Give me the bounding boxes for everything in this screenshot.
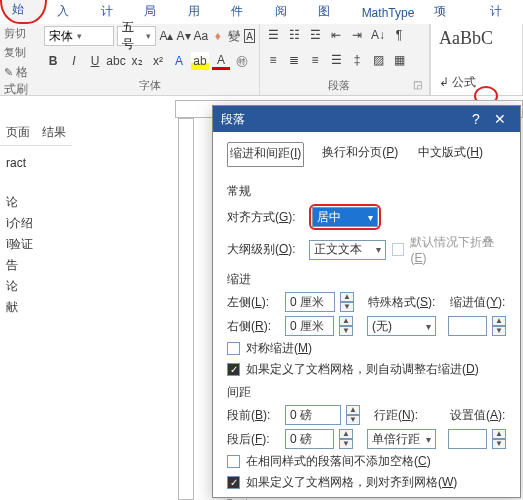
align-justify-icon[interactable]: ☰ — [327, 51, 345, 69]
list-item[interactable]: 献 — [6, 297, 66, 318]
tab-mail[interactable]: 邮件 — [221, 0, 264, 24]
indentval-label: 缩进值(Y): — [450, 294, 506, 311]
align-label: 对齐方式(G): — [227, 209, 303, 226]
collapse-checkbox[interactable] — [392, 243, 405, 256]
chevron-down-icon: ▾ — [362, 212, 373, 223]
tab-mathtype[interactable]: MathType — [352, 2, 425, 24]
italic-icon[interactable]: I — [65, 52, 83, 70]
nospace-checkbox[interactable] — [227, 455, 240, 468]
help-button[interactable]: ? — [464, 111, 488, 127]
outline-label: 大纲级别(O): — [227, 241, 303, 258]
list-item[interactable]: 论 — [6, 192, 66, 213]
section-spacing: 间距 — [227, 384, 506, 401]
show-marks-icon[interactable]: ¶ — [390, 26, 408, 44]
dlg-tab-indent[interactable]: 缩进和间距(I) — [227, 142, 304, 167]
increase-indent-icon[interactable]: ⇥ — [348, 26, 366, 44]
tab-addins[interactable]: 加载项 — [424, 0, 479, 24]
indentval-input[interactable] — [448, 316, 487, 336]
font-size-select[interactable]: 五号▾ — [117, 26, 157, 46]
after-spinner[interactable]: ▲▼ — [339, 429, 353, 449]
change-case-icon[interactable]: Aa — [194, 27, 209, 45]
setval-label: 设置值(A): — [450, 407, 506, 424]
special-select[interactable]: (无)▾ — [367, 316, 436, 336]
before-spinner[interactable]: ▲▼ — [346, 405, 360, 425]
underline-icon[interactable]: U — [86, 52, 104, 70]
indentval-spinner[interactable]: ▲▼ — [492, 316, 506, 336]
setval-input[interactable] — [448, 429, 487, 449]
side-tab-page[interactable]: 页面 — [6, 124, 30, 141]
before-input[interactable]: 0 磅 — [285, 405, 341, 425]
paragraph-group: ☰ ☷ ☲ ⇤ ⇥ A↓ ¶ ≡ ≣ ≡ ☰ ‡ ▨ ▦ 段落◲ — [260, 24, 430, 95]
snapgrid-checkbox[interactable]: ✓ — [227, 476, 240, 489]
font-name-select[interactable]: 宋体▾ — [44, 26, 114, 46]
shrink-font-icon[interactable]: A▾ — [177, 27, 191, 45]
left-label: 左侧(L): — [227, 294, 279, 311]
autogrid-checkbox[interactable]: ✓ — [227, 363, 240, 376]
before-label: 段前(B): — [227, 407, 279, 424]
text-effects-icon[interactable]: A — [170, 52, 188, 70]
decrease-indent-icon[interactable]: ⇤ — [327, 26, 345, 44]
tab-design2[interactable]: 设计 — [480, 0, 523, 24]
after-label: 段后(F): — [227, 431, 279, 448]
font-group: 宋体▾ 五号▾ A▴ A▾ Aa ♦ 變 A B I U abc x₂ x² A… — [40, 24, 260, 95]
subscript-icon[interactable]: x₂ — [128, 52, 146, 70]
linesp-select[interactable]: 单倍行距▾ — [367, 429, 436, 449]
left-input[interactable]: 0 厘米 — [285, 292, 335, 312]
side-tab-result[interactable]: 结果 — [42, 124, 66, 141]
list-item[interactable]: ì验证 — [6, 234, 66, 255]
list-item[interactable]: 论 — [6, 276, 66, 297]
right-spinner[interactable]: ▲▼ — [339, 316, 353, 336]
align-left-icon[interactable]: ≡ — [264, 51, 282, 69]
multilevel-icon[interactable]: ☲ — [306, 26, 324, 44]
tab-reference[interactable]: 引用 — [178, 0, 221, 24]
numbering-icon[interactable]: ☷ — [285, 26, 303, 44]
left-spinner[interactable]: ▲▼ — [340, 292, 354, 312]
align-select[interactable]: 居中▾ — [312, 207, 378, 227]
after-input[interactable]: 0 磅 — [285, 429, 334, 449]
vertical-ruler[interactable] — [178, 118, 194, 500]
symmetric-label: 对称缩进(M) — [246, 340, 312, 357]
sort-icon[interactable]: A↓ — [369, 26, 387, 44]
enclose-icon[interactable]: ㊕ — [233, 52, 251, 70]
navigation-pane: 页面 结果 ract 论 ì介绍 ì验证 告 论 献 — [0, 120, 72, 326]
copy-button[interactable]: 复制 — [0, 43, 40, 62]
right-input[interactable]: 0 厘米 — [285, 316, 334, 336]
clear-format-icon[interactable]: ♦ — [211, 27, 224, 45]
close-button[interactable]: ✕ — [488, 111, 512, 127]
line-spacing-icon[interactable]: ‡ — [348, 51, 366, 69]
bold-icon[interactable]: B — [44, 52, 62, 70]
list-item[interactable]: 告 — [6, 255, 66, 276]
cut-button[interactable]: 剪切 — [0, 24, 40, 43]
setval-spinner[interactable]: ▲▼ — [492, 429, 506, 449]
bullets-icon[interactable]: ☰ — [264, 26, 282, 44]
list-item[interactable]: ì介绍 — [6, 213, 66, 234]
list-item[interactable]: ract — [6, 154, 66, 172]
char-border-icon[interactable]: A — [244, 29, 255, 43]
tab-start[interactable]: 开始 — [0, 0, 47, 24]
dlg-tab-linebreak[interactable]: 换行和分页(P) — [320, 142, 400, 167]
snapgrid-label: 如果定义了文档网格，则对齐到网格(W) — [246, 474, 457, 491]
style-formula[interactable]: ↲ 公式 — [439, 74, 514, 91]
paragraph-dialog-launcher[interactable]: ◲ — [413, 79, 425, 91]
highlight-icon[interactable]: ab — [191, 52, 209, 70]
superscript-icon[interactable]: x² — [149, 52, 167, 70]
tab-review[interactable]: 审阅 — [265, 0, 308, 24]
autogrid-label: 如果定义了文档网格，则自动调整右缩进(D) — [246, 361, 479, 378]
align-center-icon[interactable]: ≣ — [285, 51, 303, 69]
chevron-down-icon: ▾ — [370, 244, 381, 255]
format-painter-button[interactable]: ✎ 格式刷 — [0, 62, 40, 100]
grow-font-icon[interactable]: A▴ — [159, 27, 173, 45]
align-right-icon[interactable]: ≡ — [306, 51, 324, 69]
tab-view[interactable]: 视图 — [308, 0, 351, 24]
font-color-icon[interactable]: A — [212, 52, 230, 70]
symmetric-checkbox[interactable] — [227, 342, 240, 355]
strike-icon[interactable]: abc — [107, 52, 125, 70]
shading-icon[interactable]: ▨ — [369, 51, 387, 69]
tab-insert[interactable]: 插入 — [47, 0, 90, 24]
style-preview[interactable]: AaBbC — [439, 28, 514, 49]
collapse-label: 默认情况下折叠(E) — [410, 234, 506, 265]
dlg-tab-cjk[interactable]: 中文版式(H) — [416, 142, 485, 167]
borders-icon[interactable]: ▦ — [390, 51, 408, 69]
outline-select[interactable]: 正文文本▾ — [309, 240, 386, 260]
phonetic-icon[interactable]: 變 — [228, 27, 241, 45]
